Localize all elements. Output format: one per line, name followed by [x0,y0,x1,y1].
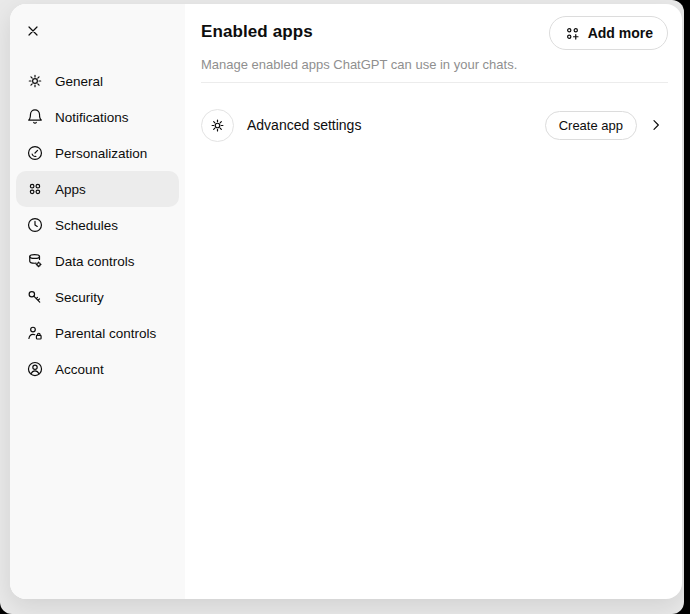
add-more-label: Add more [588,25,653,41]
advanced-settings-row[interactable]: Advanced settings Create app [201,101,668,149]
sidebar-item-label: Personalization [55,146,147,161]
apps-grid-icon [26,180,44,198]
bell-icon [26,108,44,126]
settings-sidebar: General Notifications [10,4,185,599]
add-more-button[interactable]: Add more [549,16,668,50]
sidebar-item-label: Apps [55,182,86,197]
sidebar-item-general[interactable]: General [16,63,179,99]
sidebar-item-label: Schedules [55,218,118,233]
sidebar-item-parental-controls[interactable]: Parental controls [16,315,179,351]
sidebar-item-label: Account [55,362,104,377]
close-icon [25,23,41,39]
dial-icon [26,144,44,162]
advanced-settings-label: Advanced settings [247,117,545,133]
sidebar-item-personalization[interactable]: Personalization [16,135,179,171]
clock-icon [26,216,44,234]
sidebar-item-label: General [55,74,103,89]
chevron-right-icon[interactable] [644,113,668,137]
sidebar-item-account[interactable]: Account [16,351,179,387]
sidebar-item-label: Data controls [55,254,135,269]
database-gear-icon [26,252,44,270]
sidebar-item-label: Parental controls [55,326,156,341]
sidebar-item-label: Notifications [55,110,129,125]
sidebar-nav: General Notifications [16,63,179,387]
page-title: Enabled apps [201,16,313,42]
close-button[interactable] [18,16,48,46]
page-subtitle: Manage enabled apps ChatGPT can use in y… [201,57,668,72]
create-app-button[interactable]: Create app [545,111,637,140]
gear-circle-icon [201,109,234,142]
settings-main-panel: Enabled apps Add more Manage enabled app… [185,4,682,599]
create-app-label: Create app [559,118,623,133]
gear-icon [26,72,44,90]
key-icon [26,288,44,306]
sidebar-item-schedules[interactable]: Schedules [16,207,179,243]
sidebar-item-security[interactable]: Security [16,279,179,315]
sidebar-item-apps[interactable]: Apps [16,171,179,207]
header-divider [201,82,668,83]
sidebar-item-notifications[interactable]: Notifications [16,99,179,135]
settings-dialog: General Notifications [10,4,682,599]
sidebar-item-data-controls[interactable]: Data controls [16,243,179,279]
sidebar-item-label: Security [55,290,104,305]
person-circle-icon [26,360,44,378]
person-lock-icon [26,324,44,342]
grid-plus-icon [564,25,581,42]
panel-header: Enabled apps Add more [201,16,668,50]
